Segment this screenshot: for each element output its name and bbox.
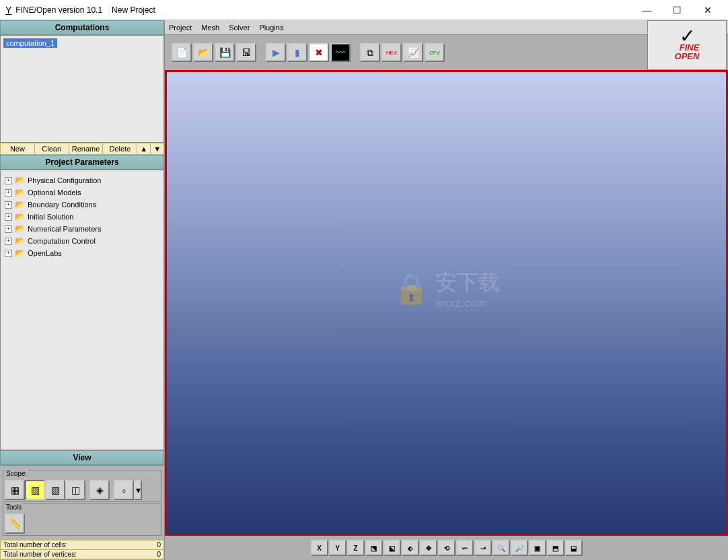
scope-dropdown-button[interactable]: ▾ xyxy=(134,480,142,500)
expand-icon[interactable]: + xyxy=(5,238,12,245)
graph-button[interactable]: 📈 xyxy=(403,43,423,62)
expand-icon[interactable]: + xyxy=(5,177,12,184)
tree-label: Initial Solution xyxy=(28,213,74,221)
tree-label: Boundary Conditions xyxy=(28,201,96,209)
parallel-button[interactable]: ⧉ xyxy=(360,43,380,62)
delete-button[interactable]: Delete xyxy=(103,143,137,154)
fit-button[interactable]: ▣ xyxy=(529,540,546,556)
vertices-label: Total number of vertices: xyxy=(3,551,77,558)
save-button[interactable]: 💾 xyxy=(215,43,235,62)
menu-project[interactable]: Project xyxy=(169,24,192,32)
cfv-button[interactable]: CFV xyxy=(425,43,445,62)
menu-mesh[interactable]: Mesh xyxy=(201,24,219,32)
menu-plugins[interactable]: Plugins xyxy=(259,24,283,32)
folder-icon: 📂 xyxy=(15,236,25,246)
tree-label: Numerical Parameters xyxy=(28,225,101,233)
tree-item-physical-configuration[interactable]: +📂Physical Configuration xyxy=(5,174,159,186)
scope-diamond-button[interactable]: ◈ xyxy=(89,480,110,500)
tools-label: Tools xyxy=(5,503,23,511)
open-file-button[interactable]: 📂 xyxy=(193,43,213,62)
expand-icon[interactable]: + xyxy=(5,225,12,233)
sidebar: Computations computation_1 New Clean Ren… xyxy=(0,20,165,560)
watermark-text: 安下载 xyxy=(435,268,500,298)
view-y-button[interactable]: Y xyxy=(329,540,347,556)
tree-label: Physical Configuration xyxy=(28,176,101,184)
box1-button[interactable]: ⬒ xyxy=(547,540,565,556)
rotate-ccw-button[interactable]: ⤺ xyxy=(456,540,474,556)
tree-item-optional-models[interactable]: +📂Optional Models xyxy=(5,186,159,199)
viewport[interactable]: 🔒 安下载 anxz.com xyxy=(165,70,728,536)
watermark-url: anxz.com xyxy=(435,298,500,310)
project-parameters-tree: +📂Physical Configuration +📂Optional Mode… xyxy=(0,170,164,450)
window-title: FINE/Open version 10.1 xyxy=(15,5,102,15)
menu-solver[interactable]: Solver xyxy=(229,24,250,32)
computations-list[interactable]: computation_1 xyxy=(0,35,164,143)
view-controls: X Y Z ⬔ ⬕ ⬖ ✥ ⟲ ⤺ ⤻ 🔍 🔎 ▣ ⬒ ⬓ xyxy=(165,536,728,560)
project-name: New Project xyxy=(112,5,155,15)
folder-icon: 📂 xyxy=(15,248,25,258)
rotate-button[interactable]: ⟲ xyxy=(438,540,456,556)
status-bar: Total number of cells:0 Total number of … xyxy=(0,540,164,560)
tree-label: Optional Models xyxy=(28,188,81,197)
scope-label: Scope: xyxy=(5,470,28,477)
view-z-button[interactable]: Z xyxy=(347,540,365,556)
pan-button[interactable]: ✥ xyxy=(420,540,437,556)
maximize-button[interactable]: ☐ xyxy=(662,0,692,20)
tree-item-openlabs[interactable]: +📂OpenLabs xyxy=(5,247,159,259)
watermark: 🔒 安下载 anxz.com xyxy=(393,268,500,310)
folder-icon: 📂 xyxy=(15,212,25,221)
tree-item-numerical-parameters[interactable]: +📂Numerical Parameters xyxy=(5,223,159,235)
view-yz-button[interactable]: ⬖ xyxy=(402,540,419,556)
view-panel: Scope: ▦ ▨ ▧ ◫ ◈ ⬨ ▾ Tools 📏 xyxy=(0,465,164,540)
view-x-button[interactable]: X xyxy=(311,540,328,556)
stop-button[interactable]: ✖ xyxy=(309,43,329,62)
rename-button[interactable]: Rename xyxy=(69,143,104,154)
measure-tool-button[interactable]: 📏 xyxy=(5,514,25,534)
expand-icon[interactable]: + xyxy=(5,250,12,257)
play-button[interactable]: ▶ xyxy=(266,43,286,62)
clean-button[interactable]: Clean xyxy=(35,143,69,154)
toolbar: 📄 📂 💾 🖫 ▶ ▮ ✖ 〰 ⧉ HEX 📈 CFV ✓ FINEOPEN xyxy=(165,35,728,70)
scope-shaded-button[interactable]: ▧ xyxy=(45,480,65,500)
menubar: Project Mesh Solver Plugins xyxy=(165,20,728,35)
tree-label: OpenLabs xyxy=(28,249,62,257)
computations-header: Computations xyxy=(0,20,164,35)
close-button[interactable]: ✕ xyxy=(692,0,723,20)
app-icon: Y xyxy=(5,5,11,15)
scope-transparent-button[interactable]: ◫ xyxy=(65,480,85,500)
zoom-in-button[interactable]: 🔍 xyxy=(493,540,510,556)
rotate-cw-button[interactable]: ⤻ xyxy=(474,540,492,556)
tree-item-initial-solution[interactable]: +📂Initial Solution xyxy=(5,211,159,223)
titlebar: Y FINE/Open version 10.1 New Project — ☐… xyxy=(0,0,728,20)
minimize-button[interactable]: — xyxy=(632,0,662,20)
new-file-button[interactable]: 📄 xyxy=(172,43,192,62)
up-arrow-button[interactable]: ▲ xyxy=(137,143,151,154)
hex-button[interactable]: HEX xyxy=(381,43,402,62)
logo-check-icon: ✓ xyxy=(680,30,695,43)
folder-icon: 📂 xyxy=(15,224,25,234)
expand-icon[interactable]: + xyxy=(5,189,12,197)
scope-wireframe-button[interactable]: ▦ xyxy=(5,480,25,500)
computation-buttons: New Clean Rename Delete ▲ ▼ xyxy=(0,143,164,155)
box2-button[interactable]: ⬓ xyxy=(565,540,583,556)
tree-item-computation-control[interactable]: +📂Computation Control xyxy=(5,235,159,247)
view-xz-button[interactable]: ⬕ xyxy=(384,540,401,556)
folder-icon: 📂 xyxy=(15,188,25,197)
zoom-out-button[interactable]: 🔎 xyxy=(511,540,528,556)
tree-label: Computation Control xyxy=(28,237,96,245)
scope-solid-button[interactable]: ▨ xyxy=(25,480,45,500)
view-xy-button[interactable]: ⬔ xyxy=(365,540,383,556)
down-arrow-button[interactable]: ▼ xyxy=(151,143,163,154)
folder-icon: 📂 xyxy=(15,176,25,185)
monitor-button[interactable]: 〰 xyxy=(330,43,351,62)
expand-icon[interactable]: + xyxy=(5,213,12,221)
pause-button[interactable]: ▮ xyxy=(287,43,307,62)
save-run-button[interactable]: 🖫 xyxy=(236,43,256,62)
expand-icon[interactable]: + xyxy=(5,201,12,209)
scope-axes-button[interactable]: ⬨ xyxy=(114,480,134,500)
new-button[interactable]: New xyxy=(1,143,35,154)
view-header: View xyxy=(0,450,164,465)
computation-item[interactable]: computation_1 xyxy=(3,38,57,48)
tree-item-boundary-conditions[interactable]: +📂Boundary Conditions xyxy=(5,199,159,211)
lock-icon: 🔒 xyxy=(393,271,430,306)
